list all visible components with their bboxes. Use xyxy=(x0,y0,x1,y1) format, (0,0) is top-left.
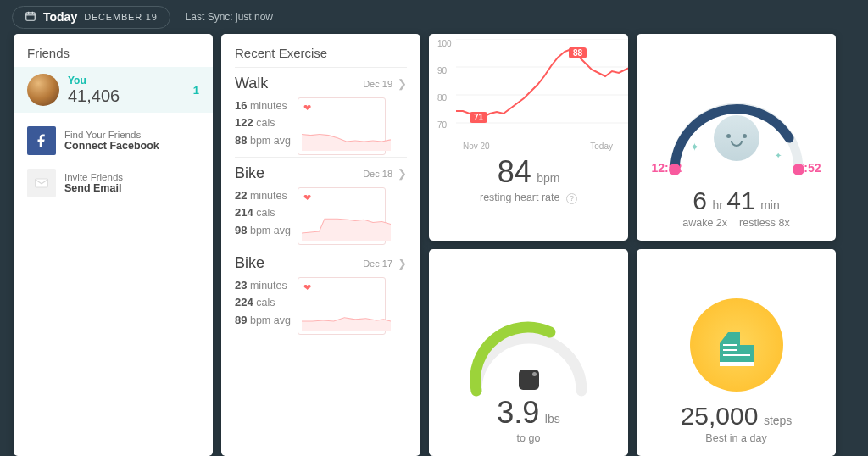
sleep-gauge: ✦ ✦ xyxy=(665,92,809,176)
me-label: You xyxy=(68,75,120,86)
badge-value: 25,000 xyxy=(681,402,759,430)
hr-x-axis: Nov 20Today xyxy=(442,141,615,151)
mail-line1: Invite Friends xyxy=(64,172,123,182)
date-picker[interactable]: Today DECEMBER 19 xyxy=(12,6,170,29)
me-steps: 41,406 xyxy=(68,86,120,106)
sleep-mins: 41 xyxy=(726,186,754,214)
exercise-sparkline: ❤ xyxy=(298,277,386,335)
exercise-date: Dec 18 xyxy=(363,169,392,179)
dashboard-grid: Friends You 41,406 1 Find Your Friends C… xyxy=(0,34,868,456)
exercise-card: Recent Exercise WalkDec 19❯16 minutes122… xyxy=(221,34,420,456)
exercise-sparkline: ❤ xyxy=(298,97,386,155)
weight-unit: lbs xyxy=(545,412,560,425)
svg-point-12 xyxy=(793,164,804,175)
me-rank: 1 xyxy=(193,84,199,97)
date-label: DECEMBER 19 xyxy=(84,12,157,22)
today-label: Today xyxy=(43,10,77,24)
svg-rect-4 xyxy=(36,179,48,187)
exercise-date: Dec 19 xyxy=(363,79,392,89)
connect-facebook-row[interactable]: Find Your Friends Connect Facebook xyxy=(27,120,199,162)
weight-card[interactable]: 3.9 lbs to go xyxy=(429,249,628,456)
mail-line2: Send Email xyxy=(64,182,123,194)
help-icon[interactable]: ? xyxy=(566,193,577,204)
fb-line1: Find Your Friends xyxy=(64,130,159,140)
sleep-card[interactable]: ✦ ✦ 12:52 7:52 6 hr 41 min awake 2x rest… xyxy=(637,34,836,241)
chevron-right-icon: ❯ xyxy=(398,77,407,90)
weight-label: to go xyxy=(517,432,541,444)
sleep-restless: restless 8x xyxy=(739,217,790,229)
invite-email-row[interactable]: Invite Friends Send Email xyxy=(27,162,199,204)
sync-status: Last Sync: just now xyxy=(186,11,273,23)
heart-rate-card[interactable]: 100 90 80 70 71 88 Nov 20Tod xyxy=(429,34,628,241)
exercise-stats: 16 minutes122 cals88 bpm avg xyxy=(235,97,291,155)
exercise-row[interactable]: BikeDec 18❯22 minutes214 cals98 bpm avg❤ xyxy=(235,157,407,247)
hr-label: resting heart rate xyxy=(480,192,560,203)
badge-unit: steps xyxy=(764,414,792,427)
scale-icon xyxy=(519,370,539,390)
sleep-hours: 6 xyxy=(693,186,707,214)
top-bar: Today DECEMBER 19 Last Sync: just now xyxy=(0,0,868,34)
exercise-date: Dec 17 xyxy=(363,259,392,269)
mail-icon xyxy=(27,169,56,197)
avatar xyxy=(27,74,59,106)
friends-me-row[interactable]: You 41,406 1 xyxy=(14,67,213,113)
heart-rate-chart: 100 90 80 70 71 88 xyxy=(437,39,623,139)
exercise-name: Bike xyxy=(235,164,264,182)
exercise-row[interactable]: BikeDec 17❯23 minutes224 cals89 bpm avg❤ xyxy=(235,247,407,336)
exercise-title: Recent Exercise xyxy=(235,46,407,60)
exercise-sparkline: ❤ xyxy=(298,187,386,245)
steps-badge-icon xyxy=(690,298,783,392)
heart-icon: ❤ xyxy=(303,192,311,203)
svg-rect-0 xyxy=(26,12,36,19)
heart-icon: ❤ xyxy=(303,282,311,293)
chevron-right-icon: ❯ xyxy=(398,167,407,180)
sparkle-icon: ✦ xyxy=(690,141,699,153)
hr-min-badge: 71 xyxy=(470,112,487,123)
friends-title: Friends xyxy=(27,46,199,60)
exercise-name: Bike xyxy=(235,254,264,272)
hr-unit: bpm xyxy=(537,171,559,185)
friends-card: Friends You 41,406 1 Find Your Friends C… xyxy=(14,34,213,456)
hr-y-axis: 100 90 80 70 xyxy=(437,39,458,124)
svg-point-11 xyxy=(669,164,681,175)
exercise-row[interactable]: WalkDec 19❯16 minutes122 cals88 bpm avg❤ xyxy=(235,67,407,157)
exercise-name: Walk xyxy=(235,75,268,92)
moon-icon xyxy=(714,115,760,161)
sleep-awake: awake 2x xyxy=(682,217,727,229)
facebook-icon xyxy=(27,126,56,155)
exercise-stats: 23 minutes224 cals89 bpm avg xyxy=(235,277,291,335)
weight-gauge xyxy=(461,310,597,395)
sparkle-icon: ✦ xyxy=(775,151,782,160)
exercise-stats: 22 minutes214 cals98 bpm avg xyxy=(235,187,291,245)
badge-label: Best in a day xyxy=(705,432,766,444)
chevron-right-icon: ❯ xyxy=(398,257,407,270)
heart-icon: ❤ xyxy=(303,103,311,114)
hr-max-badge: 88 xyxy=(569,47,587,58)
hr-value: 84 xyxy=(498,154,531,189)
calendar-icon xyxy=(25,10,36,25)
badge-card[interactable]: 25,000 steps Best in a day xyxy=(637,249,836,456)
fb-line2: Connect Facebook xyxy=(64,140,159,152)
